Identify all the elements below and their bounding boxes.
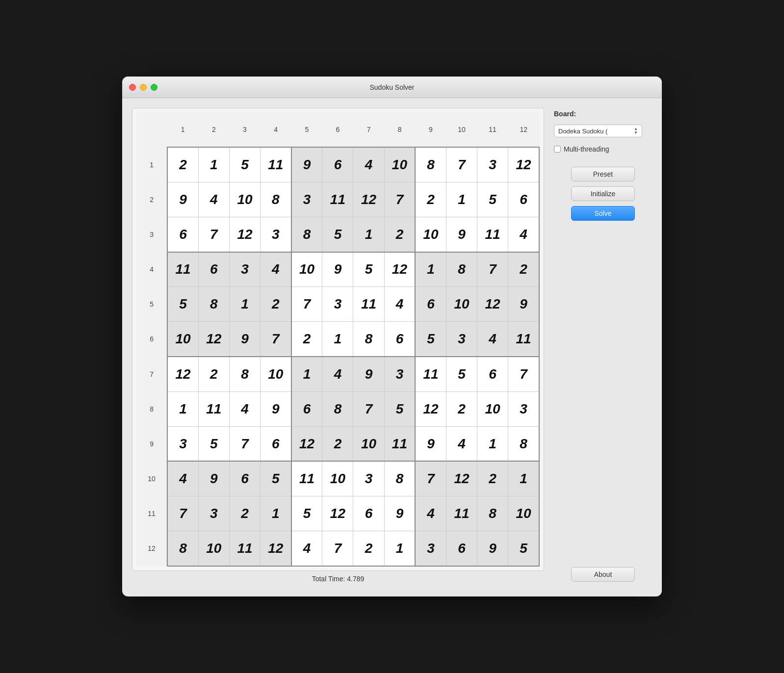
cell-r12-c1[interactable]: 8 bbox=[167, 531, 198, 566]
cell-r10-c5[interactable]: 11 bbox=[291, 461, 322, 496]
cell-r12-c9[interactable]: 3 bbox=[415, 531, 446, 566]
about-button[interactable]: About bbox=[571, 567, 635, 582]
cell-r11-c10[interactable]: 11 bbox=[446, 496, 477, 531]
cell-r10-c2[interactable]: 9 bbox=[198, 461, 229, 496]
cell-r2-c9[interactable]: 2 bbox=[415, 182, 446, 217]
cell-r2-c4[interactable]: 8 bbox=[261, 182, 291, 217]
cell-r4-c11[interactable]: 7 bbox=[477, 252, 508, 287]
cell-r2-c10[interactable]: 1 bbox=[446, 182, 477, 217]
cell-r7-c2[interactable]: 2 bbox=[198, 357, 229, 391]
cell-r7-c1[interactable]: 12 bbox=[167, 357, 198, 391]
cell-r6-c3[interactable]: 9 bbox=[229, 322, 260, 357]
cell-r9-c9[interactable]: 9 bbox=[415, 426, 446, 461]
cell-r9-c1[interactable]: 3 bbox=[167, 426, 198, 461]
solve-button[interactable]: Solve bbox=[571, 206, 635, 221]
cell-r7-c10[interactable]: 5 bbox=[446, 357, 477, 391]
cell-r3-c3[interactable]: 12 bbox=[229, 217, 260, 252]
cell-r3-c10[interactable]: 9 bbox=[446, 217, 477, 252]
cell-r12-c4[interactable]: 12 bbox=[261, 531, 291, 566]
cell-r1-c9[interactable]: 8 bbox=[415, 147, 446, 182]
cell-r5-c1[interactable]: 5 bbox=[167, 287, 198, 322]
cell-r10-c7[interactable]: 3 bbox=[353, 461, 384, 496]
multithreading-row[interactable]: Multi-threading bbox=[554, 145, 652, 153]
cell-r12-c10[interactable]: 6 bbox=[446, 531, 477, 566]
cell-r1-c2[interactable]: 1 bbox=[198, 147, 229, 182]
cell-r8-c6[interactable]: 8 bbox=[322, 391, 353, 426]
cell-r6-c7[interactable]: 8 bbox=[353, 322, 384, 357]
cell-r11-c5[interactable]: 5 bbox=[291, 496, 322, 531]
cell-r8-c4[interactable]: 9 bbox=[261, 391, 291, 426]
cell-r4-c5[interactable]: 10 bbox=[291, 252, 322, 287]
cell-r9-c2[interactable]: 5 bbox=[198, 426, 229, 461]
cell-r9-c10[interactable]: 4 bbox=[446, 426, 477, 461]
cell-r1-c3[interactable]: 5 bbox=[229, 147, 260, 182]
cell-r1-c7[interactable]: 4 bbox=[353, 147, 384, 182]
cell-r7-c12[interactable]: 7 bbox=[508, 357, 539, 391]
cell-r11-c6[interactable]: 12 bbox=[322, 496, 353, 531]
cell-r3-c2[interactable]: 7 bbox=[198, 217, 229, 252]
cell-r7-c6[interactable]: 4 bbox=[322, 357, 353, 391]
cell-r12-c8[interactable]: 1 bbox=[384, 531, 415, 566]
cell-r5-c7[interactable]: 11 bbox=[353, 287, 384, 322]
cell-r9-c11[interactable]: 1 bbox=[477, 426, 508, 461]
cell-r2-c12[interactable]: 6 bbox=[508, 182, 539, 217]
cell-r7-c11[interactable]: 6 bbox=[477, 357, 508, 391]
cell-r6-c12[interactable]: 11 bbox=[508, 322, 539, 357]
maximize-button[interactable] bbox=[151, 84, 157, 91]
cell-r12-c2[interactable]: 10 bbox=[198, 531, 229, 566]
cell-r3-c11[interactable]: 11 bbox=[477, 217, 508, 252]
cell-r5-c4[interactable]: 2 bbox=[261, 287, 291, 322]
cell-r1-c12[interactable]: 12 bbox=[508, 147, 539, 182]
cell-r6-c10[interactable]: 3 bbox=[446, 322, 477, 357]
cell-r8-c12[interactable]: 3 bbox=[508, 391, 539, 426]
cell-r6-c4[interactable]: 7 bbox=[261, 322, 291, 357]
cell-r8-c11[interactable]: 10 bbox=[477, 391, 508, 426]
cell-r2-c5[interactable]: 3 bbox=[291, 182, 322, 217]
cell-r4-c2[interactable]: 6 bbox=[198, 252, 229, 287]
cell-r11-c7[interactable]: 6 bbox=[353, 496, 384, 531]
cell-r4-c12[interactable]: 2 bbox=[508, 252, 539, 287]
cell-r7-c7[interactable]: 9 bbox=[353, 357, 384, 391]
cell-r8-c8[interactable]: 5 bbox=[384, 391, 415, 426]
cell-r11-c11[interactable]: 8 bbox=[477, 496, 508, 531]
cell-r3-c8[interactable]: 2 bbox=[384, 217, 415, 252]
cell-r2-c11[interactable]: 5 bbox=[477, 182, 508, 217]
cell-r8-c2[interactable]: 11 bbox=[198, 391, 229, 426]
initialize-button[interactable]: Initialize bbox=[571, 186, 635, 201]
cell-r10-c12[interactable]: 1 bbox=[508, 461, 539, 496]
cell-r4-c9[interactable]: 1 bbox=[415, 252, 446, 287]
cell-r2-c6[interactable]: 11 bbox=[322, 182, 353, 217]
cell-r4-c8[interactable]: 12 bbox=[384, 252, 415, 287]
preset-button[interactable]: Preset bbox=[571, 167, 635, 181]
cell-r10-c10[interactable]: 12 bbox=[446, 461, 477, 496]
cell-r11-c12[interactable]: 10 bbox=[508, 496, 539, 531]
cell-r11-c1[interactable]: 7 bbox=[167, 496, 198, 531]
cell-r11-c8[interactable]: 9 bbox=[384, 496, 415, 531]
cell-r2-c2[interactable]: 4 bbox=[198, 182, 229, 217]
cell-r1-c4[interactable]: 11 bbox=[261, 147, 291, 182]
cell-r1-c10[interactable]: 7 bbox=[446, 147, 477, 182]
cell-r8-c1[interactable]: 1 bbox=[167, 391, 198, 426]
cell-r1-c6[interactable]: 6 bbox=[322, 147, 353, 182]
cell-r9-c7[interactable]: 10 bbox=[353, 426, 384, 461]
cell-r10-c11[interactable]: 2 bbox=[477, 461, 508, 496]
cell-r4-c7[interactable]: 5 bbox=[353, 252, 384, 287]
board-dropdown[interactable]: Dodeka Sudoku ( ▲ ▼ bbox=[554, 125, 642, 137]
cell-r10-c9[interactable]: 7 bbox=[415, 461, 446, 496]
cell-r9-c5[interactable]: 12 bbox=[291, 426, 322, 461]
cell-r5-c3[interactable]: 1 bbox=[229, 287, 260, 322]
cell-r10-c3[interactable]: 6 bbox=[229, 461, 260, 496]
cell-r1-c1[interactable]: 2 bbox=[167, 147, 198, 182]
cell-r11-c3[interactable]: 2 bbox=[229, 496, 260, 531]
cell-r8-c5[interactable]: 6 bbox=[291, 391, 322, 426]
cell-r3-c12[interactable]: 4 bbox=[508, 217, 539, 252]
multithreading-checkbox[interactable] bbox=[554, 146, 561, 153]
minimize-button[interactable] bbox=[140, 84, 147, 91]
cell-r10-c4[interactable]: 5 bbox=[261, 461, 291, 496]
cell-r7-c3[interactable]: 8 bbox=[229, 357, 260, 391]
cell-r8-c3[interactable]: 4 bbox=[229, 391, 260, 426]
cell-r4-c6[interactable]: 9 bbox=[322, 252, 353, 287]
cell-r6-c11[interactable]: 4 bbox=[477, 322, 508, 357]
cell-r6-c2[interactable]: 12 bbox=[198, 322, 229, 357]
cell-r5-c5[interactable]: 7 bbox=[291, 287, 322, 322]
